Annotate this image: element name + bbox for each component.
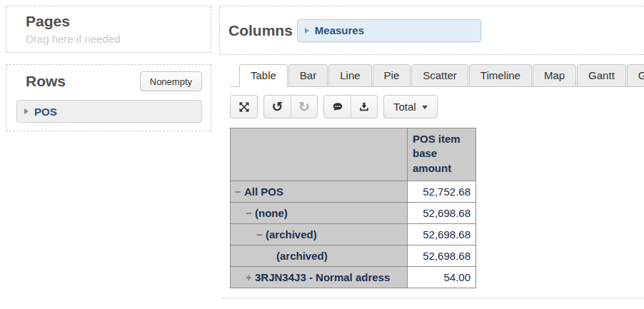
table-row--archived-: −(archived) 52,698.68 xyxy=(231,224,476,245)
table-row--archived-: (archived) 52,698.68 xyxy=(231,245,476,267)
value-cell: 52,698.68 xyxy=(408,245,476,267)
expand-collapse-icon[interactable]: + xyxy=(246,271,255,283)
chevron-right-icon xyxy=(24,108,29,114)
content-bottom-divider xyxy=(221,298,644,298)
comment-icon[interactable] xyxy=(324,96,351,118)
pivot-table: POS item base amount −All POS 52,752.68 … xyxy=(230,128,476,288)
undo-icon[interactable]: ↺ xyxy=(264,96,291,118)
visualization-tabs: Table Bar Line Pie Scatter Timeline Map … xyxy=(230,64,644,87)
rows-drop-panel[interactable]: Rows Nonempty POS xyxy=(6,64,211,131)
tab-gantt[interactable]: Gantt xyxy=(577,64,626,87)
tab-timeline[interactable]: Timeline xyxy=(469,64,532,87)
table-row--none-: −(none) 52,698.68 xyxy=(231,203,476,224)
pos-chip-label: POS xyxy=(34,106,57,118)
chevron-down-icon xyxy=(422,106,428,109)
row-header-cell[interactable]: −(archived) xyxy=(231,224,408,245)
toolbar: ↺ ↻ xyxy=(230,95,644,118)
chevron-right-icon xyxy=(305,28,309,34)
tab-map[interactable]: Map xyxy=(533,64,576,87)
row-header-cell[interactable]: −(none) xyxy=(231,203,408,224)
columns-panel-title: Columns xyxy=(228,22,293,39)
redo-icon[interactable]: ↻ xyxy=(291,96,317,118)
value-cell: 52,698.68 xyxy=(408,203,476,224)
measures-chip-label: Measures xyxy=(315,24,364,36)
value-cell: 52,698.68 xyxy=(408,224,476,245)
nonempty-button[interactable]: Nonempty xyxy=(140,71,202,91)
expand-collapse-icon[interactable]: − xyxy=(256,228,266,240)
pages-panel-title: Pages xyxy=(26,13,203,30)
rows-panel-title: Rows xyxy=(26,73,66,90)
row-header-cell[interactable]: (archived) xyxy=(231,245,408,267)
table-row-all-pos: −All POS 52,752.68 xyxy=(231,181,476,203)
measures-chip[interactable]: Measures xyxy=(297,19,481,42)
row-header-cell[interactable]: −All POS xyxy=(231,181,408,203)
tab-gauge[interactable]: Gauge xyxy=(627,64,644,87)
tab-table[interactable]: Table xyxy=(239,64,288,87)
tab-line[interactable]: Line xyxy=(328,64,371,87)
pages-drop-panel[interactable]: Pages Drag here if needed xyxy=(6,6,211,53)
corner-header-cell xyxy=(231,128,408,181)
tab-pie[interactable]: Pie xyxy=(373,64,411,87)
expand-icon[interactable] xyxy=(231,96,257,118)
measure-column-header: POS item base amount xyxy=(408,128,476,181)
row-header-cell[interactable]: +3RJN34J3 - Normal adress xyxy=(231,267,408,288)
columns-drop-panel[interactable]: Columns Measures xyxy=(219,6,644,55)
expand-collapse-icon[interactable]: − xyxy=(235,186,244,198)
value-cell: 52,752.68 xyxy=(408,181,476,203)
expand-collapse-icon[interactable]: − xyxy=(246,207,255,219)
value-cell: 54.00 xyxy=(408,267,476,288)
tab-bar[interactable]: Bar xyxy=(288,64,328,87)
pos-dimension-chip[interactable]: POS xyxy=(16,100,202,123)
pages-drop-placeholder: Drag here if needed xyxy=(26,33,203,45)
total-dropdown[interactable]: Total xyxy=(384,96,437,118)
tab-scatter[interactable]: Scatter xyxy=(411,64,468,87)
workspace: Table Bar Line Pie Scatter Timeline Map … xyxy=(230,64,644,288)
download-icon[interactable] xyxy=(351,96,377,118)
table-row-3rjn34j3-normal-adress: +3RJN34J3 - Normal adress 54.00 xyxy=(231,267,476,288)
